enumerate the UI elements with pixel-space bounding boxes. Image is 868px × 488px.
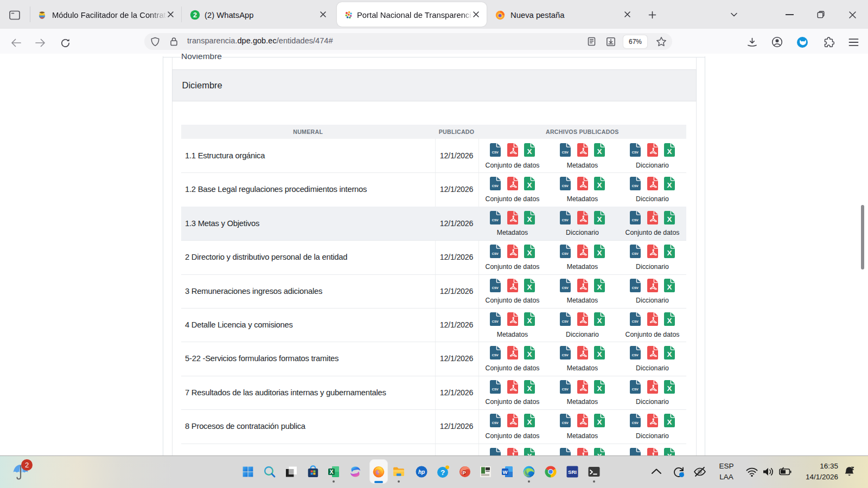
svg-text:CSV: CSV <box>562 151 569 154</box>
svg-text:X: X <box>597 419 602 427</box>
svg-text:X: X <box>597 283 602 291</box>
svg-text:X: X <box>667 317 672 325</box>
svg-text:CSV: CSV <box>562 354 569 357</box>
svg-text:X: X <box>597 147 602 156</box>
svg-text:CSV: CSV <box>492 151 499 154</box>
svg-text:X: X <box>667 283 672 291</box>
svg-text:X: X <box>667 384 672 393</box>
svg-text:CSV: CSV <box>632 286 639 290</box>
svg-text:X: X <box>667 182 672 190</box>
svg-text:SRI: SRI <box>568 469 577 475</box>
svg-text:hp: hp <box>418 469 425 475</box>
svg-text:X: X <box>667 249 672 258</box>
svg-text:CSV: CSV <box>492 286 499 290</box>
svg-text:CSV: CSV <box>562 286 569 290</box>
svg-text:CSV: CSV <box>632 320 639 323</box>
svg-text:?: ? <box>441 468 445 477</box>
svg-text:CSV: CSV <box>562 184 569 188</box>
svg-text:X: X <box>527 215 532 223</box>
svg-text:CSV: CSV <box>492 219 499 222</box>
svg-text:CSV: CSV <box>492 388 499 391</box>
svg-text:X: X <box>667 351 672 359</box>
svg-text:CSV: CSV <box>632 421 639 425</box>
svg-text:X: X <box>667 419 672 427</box>
svg-text:CSV: CSV <box>492 421 499 425</box>
svg-text:CSV: CSV <box>562 421 569 425</box>
svg-text:X: X <box>597 317 602 325</box>
svg-text:X: X <box>597 351 602 359</box>
svg-text:CSV: CSV <box>632 388 639 391</box>
svg-text:X: X <box>597 215 602 223</box>
svg-text:X: X <box>597 249 602 258</box>
svg-text:CSV: CSV <box>492 320 499 323</box>
svg-text:CSV: CSV <box>632 354 639 357</box>
svg-text:X: X <box>527 351 532 359</box>
svg-text:CSV: CSV <box>492 252 499 255</box>
svg-text:X: X <box>527 419 532 427</box>
svg-text:CSV: CSV <box>492 354 499 357</box>
svg-text:X: X <box>597 182 602 190</box>
svg-text:X: X <box>527 147 532 156</box>
svg-text:X: X <box>329 468 333 475</box>
svg-text:X: X <box>527 182 532 190</box>
svg-text:CSV: CSV <box>562 252 569 255</box>
svg-text:2: 2 <box>193 11 197 19</box>
svg-text:CSV: CSV <box>632 219 639 222</box>
svg-text:X: X <box>667 215 672 223</box>
svg-text:CSV: CSV <box>562 388 569 391</box>
svg-text:CSV: CSV <box>632 184 639 188</box>
svg-text:CSV: CSV <box>562 219 569 222</box>
svg-text:P: P <box>462 470 466 476</box>
svg-text:X: X <box>527 249 532 258</box>
svg-text:X: X <box>667 147 672 156</box>
svg-text:W: W <box>503 469 508 475</box>
svg-text:CSV: CSV <box>632 252 639 255</box>
svg-text:X: X <box>597 384 602 393</box>
svg-text:CSV: CSV <box>492 184 499 188</box>
svg-text:CSV: CSV <box>562 320 569 323</box>
svg-text:X: X <box>527 384 532 393</box>
svg-text:CSV: CSV <box>632 151 639 154</box>
svg-text:X: X <box>527 283 532 291</box>
svg-text:X: X <box>527 317 532 325</box>
